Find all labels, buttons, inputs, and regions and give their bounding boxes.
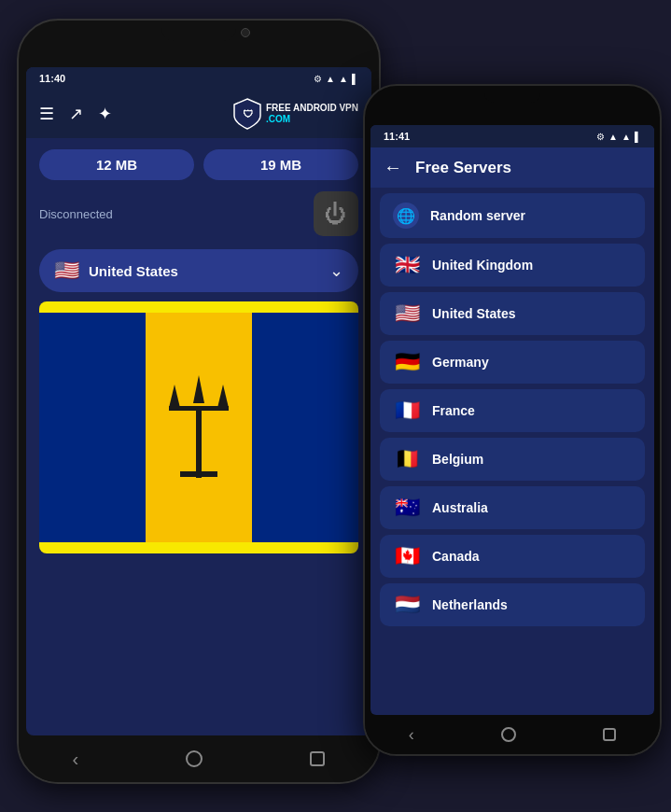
status-bar-phone1: 11:40 ⚙ ▲ ▲ ▌ [26, 67, 371, 90]
flag-left-blue [39, 313, 146, 542]
server-item-canada[interactable]: 🇨🇦Canada [380, 535, 645, 578]
svg-rect-7 [199, 406, 229, 411]
server-flag-7: 🇨🇦 [393, 544, 421, 568]
back-arrow-button[interactable]: ← [384, 157, 402, 178]
svg-marker-5 [217, 385, 229, 408]
server-item-germany[interactable]: 🇩🇪Germany [380, 341, 645, 384]
server-name-8: Netherlands [432, 597, 508, 612]
flag-stripe-top [39, 301, 358, 313]
status-time-phone2: 11:41 [384, 131, 410, 142]
phone1-camera [241, 28, 250, 37]
wifi-icon2: ▲ [608, 132, 618, 142]
battery-icon: ▌ [352, 74, 358, 84]
flag-right-blue [252, 313, 358, 542]
app-logo: 🛡 FREE ANDROID VPN.COM [232, 97, 358, 131]
recents-button2[interactable] [603, 728, 616, 741]
home-button2[interactable] [501, 727, 516, 742]
signal-icon2: ▲ [622, 132, 631, 142]
svg-rect-8 [196, 410, 202, 428]
phone1-notch [161, 22, 236, 41]
phone1-screen: 11:40 ⚙ ▲ ▲ ▌ ☰ ↗ ✦ 🛡 FREE ANDROID VPN.C… [26, 67, 371, 735]
page-title: Free Servers [415, 159, 511, 177]
battery-icon2: ▌ [635, 132, 641, 142]
server-item-belgium[interactable]: 🇧🇪Belgium [380, 438, 645, 481]
menu-icon[interactable]: ☰ [39, 104, 54, 124]
phone1-device: 11:40 ⚙ ▲ ▲ ▌ ☰ ↗ ✦ 🛡 FREE ANDROID VPN.C… [17, 19, 381, 784]
server-flag-3: 🇩🇪 [393, 350, 421, 374]
favorite-icon[interactable]: ✦ [98, 104, 112, 124]
server-name-6: Australia [432, 500, 488, 515]
server-item-france[interactable]: 🇫🇷France [380, 389, 645, 432]
power-button[interactable]: ⏻ [314, 191, 358, 236]
download-stat: 12 MB [39, 149, 194, 180]
phone1-toolbar: ☰ ↗ ✦ 🛡 FREE ANDROID VPN.COM [26, 90, 371, 138]
connection-status: Disconnected [39, 207, 113, 221]
home-button[interactable] [186, 750, 203, 767]
server-name-4: France [432, 403, 475, 418]
server-name-7: Canada [432, 549, 480, 564]
signal-icon: ▲ [339, 74, 348, 84]
flag-main [39, 313, 358, 542]
trident-symbol [161, 371, 236, 495]
disconnect-row: Disconnected ⏻ [26, 188, 371, 245]
chevron-down-icon: ⌄ [329, 260, 343, 281]
svg-marker-3 [193, 375, 204, 403]
server-item-united-states[interactable]: 🇺🇸United States [380, 292, 645, 335]
server-flag-6: 🇦🇺 [393, 496, 421, 520]
svg-text:🛡: 🛡 [242, 108, 252, 119]
settings-icon2: ⚙ [596, 132, 605, 142]
status-time-phone1: 11:40 [39, 73, 65, 84]
server-flag-5: 🇧🇪 [393, 447, 421, 471]
back-button2[interactable]: ‹ [409, 725, 414, 745]
selected-server-name: United States [89, 263, 320, 279]
wifi-icon: ▲ [326, 74, 335, 84]
flag-center-gold [146, 313, 252, 542]
server-item-netherlands[interactable]: 🇳🇱Netherlands [380, 583, 645, 626]
barbados-flag [39, 301, 358, 553]
server-flag-2: 🇺🇸 [393, 301, 421, 326]
svg-rect-6 [169, 406, 199, 411]
server-name-3: Germany [432, 355, 489, 370]
server-name-5: Belgium [432, 452, 483, 467]
server-flag-0: 🌐 [393, 203, 419, 229]
phone2-navbar: ‹ [365, 715, 660, 754]
server-item-australia[interactable]: 🇦🇺Australia [380, 486, 645, 529]
server-flag-1: 🇬🇧 [393, 253, 421, 277]
server-select-button[interactable]: 🇺🇸 United States ⌄ [39, 249, 358, 292]
server-name-2: United States [432, 306, 515, 321]
server-flag-8: 🇳🇱 [393, 593, 421, 617]
settings-icon: ⚙ [314, 74, 322, 84]
server-name-1: United Kingdom [432, 258, 533, 273]
upload-stat: 19 MB [203, 149, 358, 180]
server-flag-4: 🇫🇷 [393, 399, 421, 423]
phone2-screen: 11:41 ⚙ ▲ ▲ ▌ ← Free Servers 🌐Random ser… [370, 125, 654, 715]
server-item-random-server[interactable]: 🌐Random server [380, 193, 645, 238]
recents-button[interactable] [310, 751, 325, 766]
stats-row: 12 MB 19 MB [26, 138, 371, 188]
phone2-device: 11:41 ⚙ ▲ ▲ ▌ ← Free Servers 🌐Random ser… [363, 84, 662, 756]
server-item-united-kingdom[interactable]: 🇬🇧United Kingdom [380, 244, 645, 287]
selected-flag: 🇺🇸 [54, 259, 79, 283]
svg-rect-2 [180, 471, 217, 477]
server-list-header: ← Free Servers [370, 147, 654, 188]
status-icons-phone2: ⚙ ▲ ▲ ▌ [596, 132, 641, 142]
server-list[interactable]: 🌐Random server🇬🇧United Kingdom🇺🇸United S… [370, 188, 654, 715]
logo-text: FREE ANDROID VPN.COM [266, 103, 358, 125]
back-button[interactable]: ‹ [73, 749, 79, 770]
svg-marker-4 [169, 385, 180, 408]
phone1-navbar: ‹ [19, 735, 379, 782]
status-bar-phone2: 11:41 ⚙ ▲ ▲ ▌ [370, 125, 654, 147]
svg-rect-1 [196, 427, 202, 478]
country-flag-display [39, 301, 358, 553]
share-icon[interactable]: ↗ [69, 104, 83, 124]
phone2-notch [484, 88, 540, 103]
server-name-0: Random server [430, 208, 525, 223]
status-icons-phone1: ⚙ ▲ ▲ ▌ [314, 74, 358, 84]
flag-stripe-bottom [39, 542, 358, 553]
